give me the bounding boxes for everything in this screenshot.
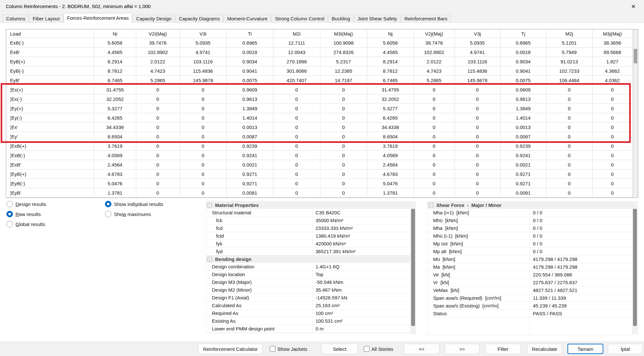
- panel-group-header-bending-design[interactable]: −Bending design: [206, 255, 410, 263]
- panel-group-header-material-properties[interactable]: −Material Properties: [206, 201, 410, 209]
- property-row[interactable]: Structural materialC35 B420C: [206, 209, 410, 217]
- radio-raw-results[interactable]: Raw results: [6, 210, 41, 218]
- left-panel-scrollbar[interactable]: [410, 201, 416, 334]
- table-row[interactable]: ¦ExB(-)4.0569000.9241004.0569000.924100: [6, 151, 632, 160]
- property-row[interactable]: Design F1 (Axial)-14526.597 kN: [206, 294, 410, 302]
- all-stories-checkbox[interactable]: [364, 346, 369, 352]
- column-header-ti[interactable]: Ti: [226, 29, 273, 38]
- column-header-ni[interactable]: Ni: [94, 29, 136, 38]
- select-button[interactable]: Select: [321, 344, 358, 354]
- property-row[interactable]: Ma [kNm]4179.298 / 4179.298: [427, 263, 632, 271]
- column-header-v3j[interactable]: V3j: [454, 29, 500, 38]
- column-header-load[interactable]: Load: [6, 29, 94, 38]
- property-row[interactable]: Mha [kNm]0 / 0: [427, 224, 632, 232]
- table-row[interactable]: ExB(-)5.605839.74765.09350.896512.711110…: [6, 38, 632, 48]
- property-row[interactable]: VeMax [kN]4827.521 / 4827.521: [427, 286, 632, 294]
- table-row[interactable]: ¦ExB'2.4564000.0021002.4564000.002100: [6, 160, 632, 169]
- property-row[interactable]: StatusPASS / PASS: [427, 310, 632, 318]
- radio-show-individual-results[interactable]: Show individual results: [105, 200, 163, 208]
- property-row[interactable]: Design combination1.4G+1.6Q: [206, 263, 410, 271]
- radio-design-results[interactable]: Design results: [6, 200, 46, 208]
- table-row[interactable]: ExB'4.4565102.89024.97410.001812.0043274…: [6, 48, 632, 57]
- radio-button-icon[interactable]: [105, 201, 111, 207]
- table-scrollbar-thumb[interactable]: [634, 49, 637, 63]
- property-row[interactable]: Required As100 cm²: [206, 309, 410, 317]
- column-header-tj[interactable]: Tj: [500, 29, 546, 38]
- property-row[interactable]: fcd23333.333 kN/m²: [206, 224, 410, 232]
- property-row[interactable]: Mü [kNm]4179.298 / 4179.298: [427, 255, 632, 263]
- table-scrollbar[interactable]: [633, 29, 638, 198]
- property-row[interactable]: Span asw/s (Existing) [cm²/m]45.239 / 45…: [427, 302, 632, 310]
- radio-button-icon[interactable]: [6, 221, 13, 227]
- property-row[interactable]: fyd365217.391 kN/m²: [206, 248, 410, 255]
- property-row[interactable]: Span asw/s (Required) [cm²/m]11.339 / 11…: [427, 294, 632, 302]
- column-header-v2j-maj[interactable]: V2j(Maj): [414, 29, 454, 38]
- tab-forces-reinforcement-areas[interactable]: Forces-Reinforcement Areas: [64, 13, 132, 22]
- property-row[interactable]: Mha (i+1) [kNm]0 / 0: [427, 209, 632, 217]
- property-row[interactable]: Mhü (i-1) [kNm]0 / 0: [427, 232, 632, 240]
- radio-button-icon[interactable]: [6, 201, 13, 207]
- right-panel-scrollbar-thumb[interactable]: [633, 209, 637, 326]
- property-row[interactable]: Mhü [kNm]0 / 0: [427, 217, 632, 224]
- table-row[interactable]: EyB'6.74655.2865145.98780.0075420.740714…: [6, 76, 632, 85]
- cancel-button[interactable]: İptal: [608, 344, 643, 354]
- table-row[interactable]: ¦Ex(-)32.2052000.96130032.2052000.961300: [6, 94, 632, 104]
- panel-group-header-shear-force-major-minor[interactable]: −Shear Force - Major / Minor: [427, 201, 632, 209]
- table-row[interactable]: ¦EyB(-)5.0476000.9271005.0476000.927100: [6, 179, 632, 188]
- property-row[interactable]: Calculated As25.163 cm²: [206, 302, 410, 309]
- property-row[interactable]: Design M3 (Major)-50.546 kNm: [206, 278, 410, 286]
- column-header-nj[interactable]: Nj: [367, 29, 414, 38]
- property-row[interactable]: fyk420000 kN/m²: [206, 240, 410, 248]
- close-button[interactable]: ✕: [627, 2, 640, 11]
- tab-capacity-design[interactable]: Capacity Design: [132, 15, 175, 22]
- radio-button-icon[interactable]: [6, 211, 13, 217]
- tab-joint-shear-safety[interactable]: Joint Shear Safety: [354, 15, 401, 22]
- column-header-v3i[interactable]: V3i: [180, 29, 226, 38]
- table-row[interactable]: ¦EyB'1.3781000.0081001.3781000.008100: [6, 188, 632, 198]
- table-row[interactable]: ¦Ey(+)5.3277001.3849005.3277001.384900: [6, 104, 632, 113]
- column-header-m2i[interactable]: M2i: [273, 29, 320, 38]
- radio-show-maximums[interactable]: Show maximums: [105, 210, 151, 218]
- property-row[interactable]: Lower end PMM design point0 m: [206, 325, 410, 333]
- property-row[interactable]: Design locationTop: [206, 271, 410, 278]
- tab-fiber-layout[interactable]: Fiber Layout: [29, 15, 63, 22]
- table-row[interactable]: EyB(-)8.78124.7423115.48360.9041301.8086…: [6, 66, 632, 76]
- column-header-m3i-maj[interactable]: M3i(Maj): [320, 29, 367, 38]
- table-row[interactable]: ¦EyB(+)4.6783000.9271004.6783000.927100: [6, 169, 632, 179]
- property-row[interactable]: Ve [kN]220.554 / 389.088: [427, 271, 632, 279]
- tab-reinforcement-bars[interactable]: Reinforcement Bars: [401, 15, 451, 22]
- table-row[interactable]: ¦Ey'8.6504000.0087008.6504000.008700: [6, 132, 632, 141]
- ok-button[interactable]: Tamam: [567, 344, 603, 354]
- next-button[interactable]: >>: [445, 344, 480, 354]
- table-row[interactable]: ¦ExB(+)3.7619000.9239003.7619000.923900: [6, 141, 632, 151]
- radio-button-icon[interactable]: [105, 211, 111, 217]
- collapse-icon[interactable]: −: [429, 203, 433, 207]
- left-panel-scrollbar-thumb[interactable]: [411, 209, 415, 326]
- recalculate-button[interactable]: Recalculate: [527, 344, 562, 354]
- right-panel-scrollbar[interactable]: [632, 201, 638, 334]
- table-row[interactable]: ¦Ex'34.4338000.00130034.4338000.001300: [6, 123, 632, 132]
- tab-buckling[interactable]: Buckling: [328, 15, 354, 22]
- property-row[interactable]: Mp üst [kNm]0 / 0: [427, 240, 632, 248]
- reinforcement-calculator-button[interactable]: Reinforcement Calculator: [198, 344, 263, 354]
- table-row[interactable]: ¦Ex(+)31.4755000.96090031.4755000.960900: [6, 85, 632, 94]
- column-header-m2j[interactable]: M2j: [546, 29, 592, 38]
- filter-button[interactable]: Filter: [485, 344, 521, 354]
- property-row[interactable]: Vr [kN]2275.837 / 2275.837: [427, 279, 632, 286]
- table-row[interactable]: ¦Ey(-)6.4265001.4014006.4265001.401400: [6, 113, 632, 123]
- property-row[interactable]: Design M2 (Minor)35.467 kNm: [206, 286, 410, 294]
- show-jackets-checkbox[interactable]: [270, 346, 275, 352]
- property-row[interactable]: fctd1380.419 kN/m²: [206, 232, 410, 240]
- tab-moment-curvature[interactable]: Moment-Curvature: [223, 15, 271, 22]
- column-header-v2i-maj[interactable]: V2i(Maj): [136, 29, 180, 38]
- table-row[interactable]: EyB(+)8.29142.0122103.11160.9034270.1898…: [6, 57, 632, 66]
- tab-capacity-diagrams[interactable]: Capacity Diagrams: [175, 15, 223, 22]
- tab-strong-column-control[interactable]: Strong Column Control: [271, 15, 328, 22]
- previous-button[interactable]: <<: [404, 344, 439, 354]
- collapse-icon[interactable]: −: [208, 257, 212, 261]
- radio-global-results[interactable]: Global results: [6, 221, 45, 228]
- property-row[interactable]: fck35000 kN/m²: [206, 217, 410, 224]
- column-header-m3j-maj[interactable]: M3j(Maj): [592, 29, 632, 38]
- tab-columns[interactable]: Columns: [3, 15, 29, 22]
- collapse-icon[interactable]: −: [208, 203, 212, 207]
